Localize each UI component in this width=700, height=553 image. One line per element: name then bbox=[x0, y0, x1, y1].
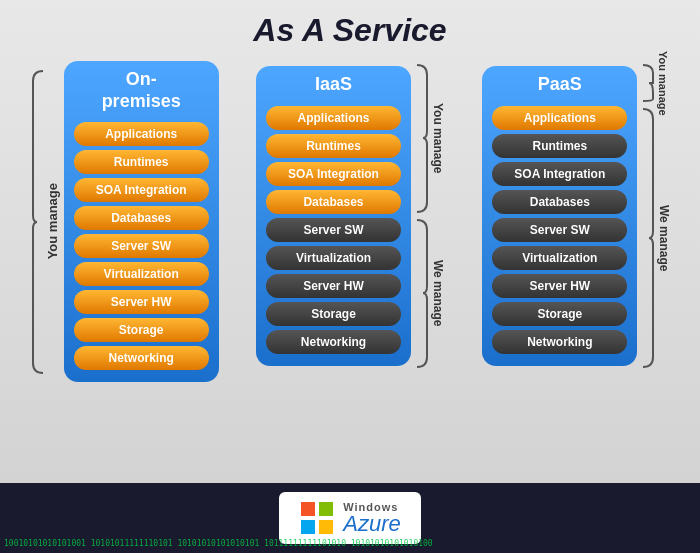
you-manage-label-iaas: You manage bbox=[431, 103, 445, 173]
you-manage-brace-paas bbox=[641, 61, 657, 105]
svg-rect-1 bbox=[319, 502, 333, 516]
you-manage-brace-on-premises bbox=[29, 67, 45, 377]
iaas-item-2[interactable]: SOA Integration bbox=[266, 162, 401, 186]
logo-text-group: Windows Azure bbox=[343, 501, 400, 535]
we-manage-label-paas: We manage bbox=[657, 205, 671, 271]
paas-item-2[interactable]: SOA Integration bbox=[492, 162, 627, 186]
column-on-premises: On-premises Applications Runtimes SOA In… bbox=[64, 61, 219, 382]
paas-item-3[interactable]: Databases bbox=[492, 190, 627, 214]
iaas-wrapper: IaaS Applications Runtimes SOA Integrati… bbox=[256, 61, 445, 371]
on-premises-item-7[interactable]: Storage bbox=[74, 318, 209, 342]
on-premises-wrapper: You manage On-premises Applications Runt… bbox=[29, 61, 219, 382]
you-manage-brace-iaas bbox=[415, 61, 431, 216]
svg-rect-3 bbox=[319, 520, 333, 534]
iaas-item-8[interactable]: Networking bbox=[266, 330, 401, 354]
on-premises-item-0[interactable]: Applications bbox=[74, 122, 209, 146]
column-paas: PaaS Applications Runtimes SOA Integrati… bbox=[482, 66, 637, 366]
paas-item-8[interactable]: Networking bbox=[492, 330, 627, 354]
iaas-item-7[interactable]: Storage bbox=[266, 302, 401, 326]
iaas-item-1[interactable]: Runtimes bbox=[266, 134, 401, 158]
on-premises-item-8[interactable]: Networking bbox=[74, 346, 209, 370]
iaas-item-5[interactable]: Virtualization bbox=[266, 246, 401, 270]
on-premises-item-4[interactable]: Server SW bbox=[74, 234, 209, 258]
we-manage-brace-iaas bbox=[415, 216, 431, 371]
paas-item-4[interactable]: Server SW bbox=[492, 218, 627, 242]
on-premises-item-2[interactable]: SOA Integration bbox=[74, 178, 209, 202]
columns-area: You manage On-premises Applications Runt… bbox=[0, 57, 700, 483]
you-manage-label-on-premises: You manage bbox=[45, 183, 60, 259]
we-manage-brace-paas bbox=[641, 105, 657, 371]
on-premises-item-1[interactable]: Runtimes bbox=[74, 150, 209, 174]
iaas-item-6[interactable]: Server HW bbox=[266, 274, 401, 298]
on-premises-item-5[interactable]: Virtualization bbox=[74, 262, 209, 286]
paas-item-1[interactable]: Runtimes bbox=[492, 134, 627, 158]
paas-wrapper: PaaS Applications Runtimes SOA Integrati… bbox=[482, 61, 671, 371]
iaas-title: IaaS bbox=[315, 74, 352, 96]
on-premises-item-3[interactable]: Databases bbox=[74, 206, 209, 230]
binary-decoration: 10010101010101001 10101011111110101 1010… bbox=[0, 534, 437, 553]
on-premises-item-6[interactable]: Server HW bbox=[74, 290, 209, 314]
iaas-item-4[interactable]: Server SW bbox=[266, 218, 401, 242]
we-manage-label-iaas: We manage bbox=[431, 260, 445, 326]
main-container: As A Service You manage On-premises Appl… bbox=[0, 0, 700, 553]
paas-title: PaaS bbox=[538, 74, 582, 96]
iaas-item-3[interactable]: Databases bbox=[266, 190, 401, 214]
paas-item-5[interactable]: Virtualization bbox=[492, 246, 627, 270]
windows-logo-icon bbox=[299, 500, 335, 536]
azure-text: Azure bbox=[343, 513, 400, 535]
paas-item-0[interactable]: Applications bbox=[492, 106, 627, 130]
svg-rect-0 bbox=[301, 502, 315, 516]
on-premises-title: On-premises bbox=[102, 69, 181, 112]
page-title: As A Service bbox=[0, 0, 700, 57]
svg-rect-2 bbox=[301, 520, 315, 534]
paas-item-7[interactable]: Storage bbox=[492, 302, 627, 326]
paas-item-6[interactable]: Server HW bbox=[492, 274, 627, 298]
column-iaas: IaaS Applications Runtimes SOA Integrati… bbox=[256, 66, 411, 366]
iaas-item-0[interactable]: Applications bbox=[266, 106, 401, 130]
footer: 10010101010101001 10101011111110101 1010… bbox=[0, 483, 700, 553]
